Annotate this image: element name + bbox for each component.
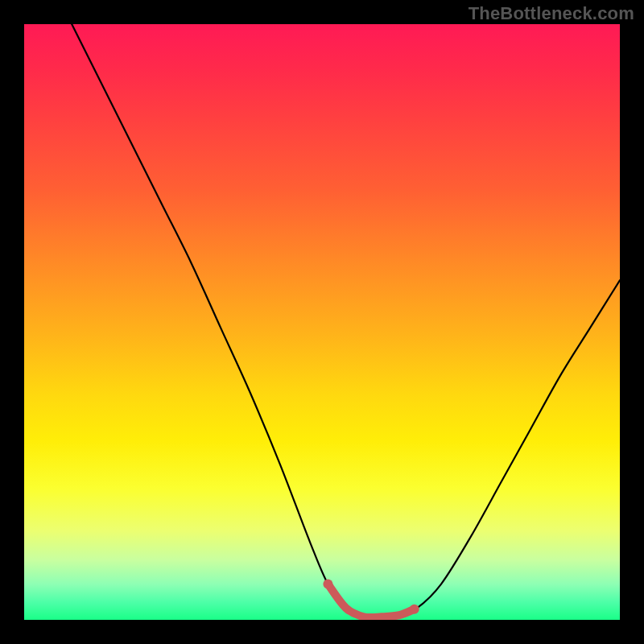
highlight-end-dot bbox=[410, 605, 419, 614]
highlight-start-dot bbox=[323, 580, 332, 589]
chart-frame: TheBottleneck.com bbox=[0, 0, 644, 644]
watermark-text: TheBottleneck.com bbox=[469, 3, 634, 24]
bottleneck-curve bbox=[24, 24, 620, 620]
highlight-segment bbox=[328, 584, 414, 618]
curve-path bbox=[42, 24, 620, 617]
plot-area bbox=[24, 24, 620, 620]
